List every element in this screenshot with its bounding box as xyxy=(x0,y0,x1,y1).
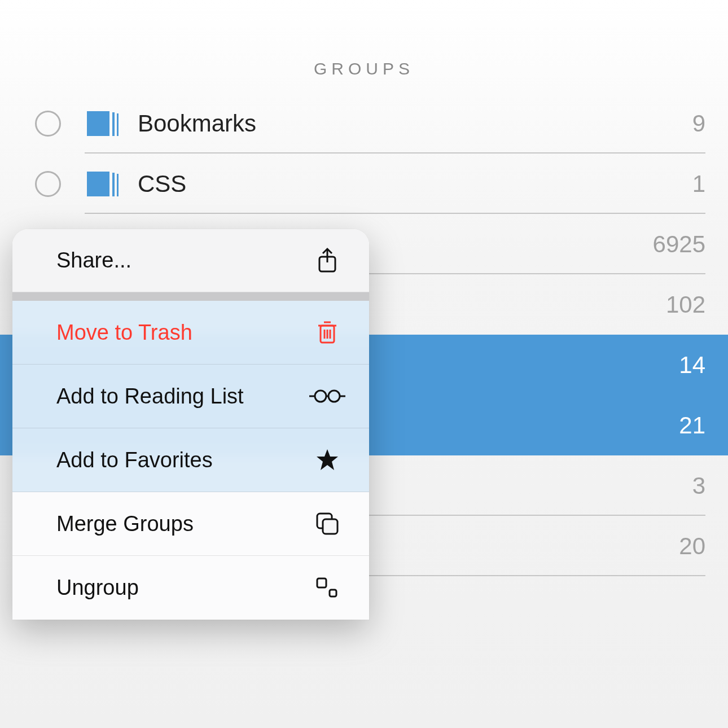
group-count: 1 xyxy=(692,170,705,198)
menu-item-reading-list[interactable]: Add to Reading List xyxy=(12,365,369,428)
ungroup-icon xyxy=(314,577,341,599)
group-row[interactable]: Bookmarks 9 xyxy=(0,93,728,154)
svg-rect-4 xyxy=(112,173,115,196)
menu-item-merge[interactable]: Merge Groups xyxy=(12,492,369,556)
svg-point-15 xyxy=(328,391,340,402)
svg-rect-5 xyxy=(117,174,119,196)
context-menu: Share... Move to Trash Add to Reading Li… xyxy=(12,229,369,620)
svg-rect-2 xyxy=(117,113,119,136)
group-name: CSS xyxy=(138,170,692,198)
menu-separator xyxy=(12,292,369,301)
svg-rect-23 xyxy=(330,590,336,597)
svg-rect-3 xyxy=(87,172,109,196)
svg-rect-21 xyxy=(323,519,337,534)
group-count: 102 xyxy=(666,291,705,318)
menu-item-label: Add to Favorites xyxy=(56,448,213,472)
section-header: GROUPS xyxy=(0,0,728,78)
menu-item-label: Ungroup xyxy=(56,576,139,600)
menu-item-label: Share... xyxy=(56,248,131,273)
group-count: 14 xyxy=(679,352,705,379)
svg-rect-0 xyxy=(87,111,109,136)
menu-item-share[interactable]: Share... xyxy=(12,229,369,292)
group-count: 6925 xyxy=(653,231,705,258)
group-count: 21 xyxy=(679,412,705,439)
group-count: 3 xyxy=(692,472,705,499)
group-name: Bookmarks xyxy=(138,110,692,137)
glasses-icon xyxy=(314,389,341,403)
merge-icon xyxy=(314,512,341,536)
selection-radio[interactable] xyxy=(35,171,61,197)
menu-item-label: Move to Trash xyxy=(56,321,192,345)
menu-item-label: Merge Groups xyxy=(56,512,194,536)
section-header-title: GROUPS xyxy=(314,59,414,78)
group-count: 9 xyxy=(692,110,705,137)
folder-icon xyxy=(87,169,122,199)
menu-item-label: Add to Reading List xyxy=(56,384,244,409)
share-icon xyxy=(314,248,341,274)
group-count: 20 xyxy=(679,533,705,560)
svg-marker-19 xyxy=(317,449,338,470)
trash-icon xyxy=(314,320,341,345)
group-row[interactable]: CSS 1 xyxy=(0,154,728,214)
menu-item-ungroup[interactable]: Ungroup xyxy=(12,556,369,620)
svg-rect-1 xyxy=(112,112,115,136)
svg-point-14 xyxy=(315,391,326,402)
svg-rect-22 xyxy=(317,578,326,587)
menu-item-trash[interactable]: Move to Trash xyxy=(12,301,369,365)
folder-icon xyxy=(87,109,122,138)
selection-radio[interactable] xyxy=(35,111,61,137)
star-icon xyxy=(314,449,341,471)
menu-item-favorites[interactable]: Add to Favorites xyxy=(12,428,369,492)
